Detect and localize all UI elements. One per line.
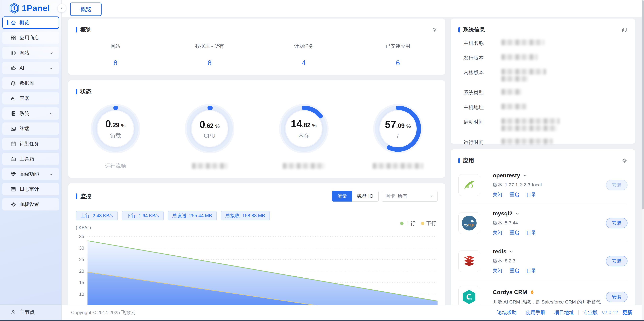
sidebar-item-cronjob[interactable]: 计划任务	[2, 138, 59, 150]
info-row-os-type: 系统类型	[464, 89, 628, 96]
robot-icon	[10, 65, 16, 71]
gauge-cpu: 0.62% CPU	[162, 103, 257, 169]
info-row-uptime: 运行时间	[464, 138, 628, 146]
gauge-text: 57.09% /	[373, 103, 423, 154]
sidebar-item-database[interactable]: 数据库	[2, 77, 59, 89]
select-prefix: 网卡	[386, 193, 395, 200]
stat-value-link[interactable]: 6	[351, 59, 445, 67]
update-link[interactable]: 更新	[622, 309, 632, 316]
app-link-stop[interactable]: 关闭	[493, 268, 502, 274]
app-link-directory[interactable]: 目录	[526, 191, 536, 198]
footer-link-pro[interactable]: 专业版	[583, 309, 598, 316]
install-button[interactable]: 安装	[606, 292, 628, 302]
app-name[interactable]: mysql2	[493, 210, 536, 217]
sidebar-item-toolbox[interactable]: 工具箱	[2, 153, 59, 165]
footer-link-forum[interactable]: 论坛求助	[497, 309, 517, 316]
svg-text:20: 20	[79, 269, 84, 274]
app-name[interactable]: redis	[493, 248, 536, 255]
footer-link-manual[interactable]: 使用手册	[526, 309, 545, 316]
sidebar-item-container[interactable]: 容器	[2, 92, 59, 104]
flame-icon	[530, 290, 534, 295]
chevron-down-icon	[49, 172, 54, 176]
overview-card-title: 概览	[76, 26, 92, 33]
select-value: 所有	[398, 193, 408, 200]
app-link-directory[interactable]: 目录	[526, 268, 536, 274]
info-row-host-address: 主机地址	[464, 104, 628, 111]
stat-websites: 网站 8	[68, 43, 162, 67]
gear-icon[interactable]	[622, 158, 628, 164]
sidebar-item-settings[interactable]: 面板设置	[2, 198, 59, 211]
redacted-value	[501, 39, 544, 45]
divider	[578, 310, 579, 315]
app-link-stop[interactable]: 关闭	[493, 191, 502, 198]
app-link-stop[interactable]: 关闭	[493, 230, 502, 236]
stat-value-link[interactable]: 8	[68, 59, 162, 67]
stat-badge-down: 下行: 1.64 KB/s	[122, 211, 164, 220]
tab-traffic[interactable]: 流量	[332, 191, 352, 202]
sidebar-item-terminal[interactable]: 终端	[2, 122, 59, 135]
monitor-mode-segment: 流量 磁盘 IO	[332, 191, 378, 202]
network-card-select[interactable]: 网卡 所有	[382, 191, 438, 202]
tab-overview[interactable]: 概览	[70, 2, 102, 16]
sidebar: 1 1Panel 概览 应用商店 网站	[0, 0, 62, 321]
window-bottom-edge	[0, 320, 644, 321]
app-name[interactable]: openresty	[493, 172, 542, 179]
version-text: v2.0.12	[602, 310, 618, 315]
sidebar-item-label: 终端	[20, 125, 29, 132]
divider	[550, 310, 550, 315]
gauge-value: 14	[291, 118, 302, 129]
gauge-text: 14.82% 内存	[278, 103, 329, 154]
gauge-note-redacted	[373, 163, 423, 169]
scrollbar-thumb[interactable]	[642, 0, 644, 209]
system-info-card: 系统信息 主机名称 发行版本 内核版本	[451, 18, 635, 144]
gauge-note: 运行流畅	[105, 163, 126, 169]
scrollbar-track	[642, 0, 644, 320]
gear-icon[interactable]	[432, 27, 438, 33]
info-label: 内核版本	[464, 69, 501, 82]
gauge-note-redacted	[283, 163, 325, 169]
info-label: 发行版本	[464, 54, 501, 61]
info-label: 系统类型	[464, 89, 501, 96]
node-label: 主节点	[20, 309, 35, 316]
gauge-value: 0	[105, 118, 111, 129]
stat-value-link[interactable]: 4	[257, 59, 351, 67]
install-button[interactable]: 安装	[606, 218, 628, 228]
app-link-restart[interactable]: 重启	[510, 268, 519, 274]
install-button[interactable]: 安装	[606, 180, 628, 190]
chevron-down-icon	[509, 249, 514, 254]
node-switcher[interactable]: 主节点	[0, 304, 62, 320]
sidebar-item-logs[interactable]: 日志审计	[2, 183, 59, 195]
log-list-icon	[10, 186, 16, 192]
app-name[interactable]: Cordys CRM	[493, 289, 601, 296]
content: 概览 网站 8 数据库 - 所有 8	[62, 17, 642, 321]
sidebar-item-advanced[interactable]: 高级功能	[2, 168, 59, 180]
sidebar-item-overview[interactable]: 概览	[2, 16, 59, 29]
tab-disk-io[interactable]: 磁盘 IO	[352, 191, 378, 202]
redacted-value	[501, 104, 526, 109]
app-row-redis: redis 版本: 8.2.3 关闭 重启 目录 安装	[458, 242, 628, 280]
sidebar-collapse-button[interactable]	[58, 4, 66, 12]
traffic-chart: ( KB/s ) 353025201510	[76, 225, 438, 306]
overview-stats: 网站 8 数据库 - 所有 8 计划任务 4 已安装应用 6	[68, 43, 445, 67]
redacted-value	[501, 76, 528, 82]
brand-logo: 1 1Panel	[0, 0, 62, 16]
stat-value-link[interactable]: 8	[162, 59, 257, 67]
copy-icon[interactable]	[622, 27, 628, 33]
app-link-restart[interactable]: 重启	[510, 230, 519, 236]
sidebar-item-label: 高级功能	[20, 171, 39, 178]
install-button[interactable]: 安装	[606, 256, 628, 266]
gauge-label: 内存	[298, 132, 309, 139]
svg-text:30: 30	[79, 246, 84, 251]
sidebar-item-ai[interactable]: AI	[2, 62, 59, 74]
gauge-load: 0.29% 负载 运行流畅	[68, 103, 162, 169]
sidebar-item-system[interactable]: 系统	[2, 107, 59, 120]
app-link-restart[interactable]: 重启	[510, 191, 519, 198]
sidebar-item-appstore[interactable]: 应用商店	[2, 32, 59, 44]
globe-icon	[10, 50, 16, 56]
gear-icon	[10, 202, 16, 207]
gauge-label: /	[397, 133, 399, 139]
app-link-directory[interactable]: 目录	[526, 230, 536, 236]
footer-link-project[interactable]: 项目地址	[554, 309, 574, 316]
sidebar-item-website[interactable]: 网站	[2, 47, 59, 59]
redacted-value	[501, 69, 546, 74]
